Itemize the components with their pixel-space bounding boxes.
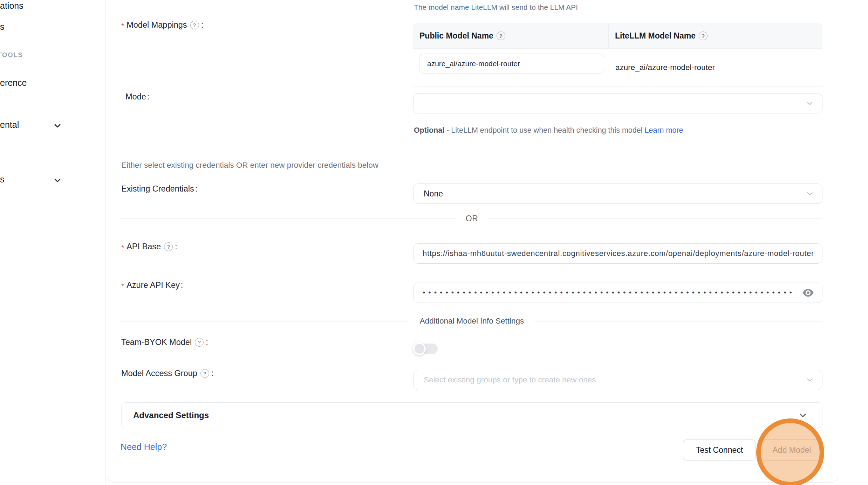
sidebar-item-s1[interactable]: s (0, 22, 5, 32)
required-mark: * (121, 282, 124, 290)
question-icon[interactable]: ? (190, 21, 199, 29)
api-base-label: * API Base ? : (121, 240, 177, 253)
toggle-knob (413, 342, 426, 355)
litellm-model-name-value: azure_ai/azure-model-router (609, 49, 822, 86)
required-mark: * (121, 22, 124, 30)
question-icon[interactable]: ? (699, 32, 708, 40)
team-byok-toggle[interactable] (414, 344, 438, 354)
model-mappings-label: * Model Mappings ? : (121, 19, 203, 31)
sidebar-section-tools: TOOLS (0, 51, 23, 59)
add-model-button[interactable]: Add Model (761, 439, 823, 460)
azure-api-key-label: * Azure API Key : (121, 279, 183, 291)
chevron-down-icon (805, 99, 814, 108)
chevron-down-icon (53, 175, 62, 185)
existing-credentials-label: Existing Credentials : (121, 182, 197, 195)
sidebar-item-erence[interactable]: erence (0, 78, 27, 88)
eye-icon[interactable] (802, 287, 814, 298)
add-model-card: The model name LiteLLM will send to the … (108, 0, 838, 483)
sidebar-item-ental[interactable]: ental (0, 120, 19, 130)
mode-help-text: Optional - LiteLLM endpoint to use when … (414, 123, 715, 138)
model-mappings-table: Public Model Name ? LiteLLM Model Name ?… (413, 23, 822, 86)
chevron-down-icon (53, 121, 62, 131)
litellm-model-name-header: LiteLLM Model Name ? (609, 23, 822, 48)
question-icon[interactable]: ? (200, 369, 209, 378)
credentials-note: Either select existing credentials OR en… (121, 161, 378, 170)
team-byok-label: Team-BYOK Model ? : (121, 336, 208, 348)
advanced-settings-label: Advanced Settings (133, 410, 209, 420)
public-model-name-input[interactable] (419, 54, 604, 74)
sidebar-item-s2[interactable]: s (0, 174, 5, 185)
model-name-helper-text: The model name LiteLLM will send to the … (414, 3, 578, 12)
advanced-settings-toggle[interactable]: Advanced Settings (121, 402, 822, 428)
required-mark: * (121, 243, 124, 252)
additional-settings-divider: Additional Model Info Settings (121, 317, 822, 326)
chevron-down-icon (805, 189, 814, 198)
chevron-down-icon (805, 375, 814, 384)
masked-password-value: ••••••••••••••••••••••••••••••••••••••••… (423, 288, 795, 297)
chevron-down-icon (798, 410, 808, 421)
table-row: azure_ai/azure-model-router (413, 49, 822, 86)
model-access-group-select[interactable]: Select existing groups or type to create… (413, 370, 822, 390)
api-base-input[interactable] (413, 243, 822, 264)
mode-label: Mode : (125, 90, 149, 103)
existing-credentials-select[interactable]: None (413, 183, 822, 204)
model-access-group-label: Model Access Group ? : (121, 367, 213, 380)
test-connect-button[interactable]: Test Connect (683, 439, 756, 460)
public-model-name-header: Public Model Name ? (413, 23, 609, 48)
question-icon[interactable]: ? (497, 32, 505, 40)
question-icon[interactable]: ? (195, 338, 204, 347)
learn-more-link[interactable]: Learn more (645, 126, 683, 134)
model-mappings-table-header: Public Model Name ? LiteLLM Model Name ? (413, 23, 822, 49)
sidebar-item-ations[interactable]: ations (0, 1, 23, 11)
app-root: ations s TOOLS erence ental s The model … (0, 0, 868, 485)
need-help-link[interactable]: Need Help? (121, 442, 167, 452)
azure-api-key-input[interactable]: ••••••••••••••••••••••••••••••••••••••••… (413, 283, 822, 303)
question-icon[interactable]: ? (164, 242, 173, 251)
sidebar: ations s TOOLS erence ental s (0, 0, 105, 485)
select-placeholder: Select existing groups or type to create… (424, 375, 596, 384)
mode-select[interactable] (413, 93, 822, 113)
or-divider: OR (121, 214, 822, 223)
